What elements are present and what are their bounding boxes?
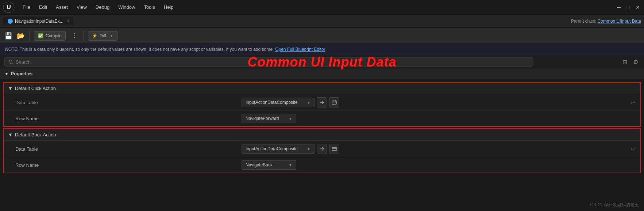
- svg-rect-4: [332, 101, 336, 104]
- default-back-action-group: ▼ Default Back Action Data Table InputAc…: [3, 128, 641, 173]
- tab-label: NavigationInputDataEx...: [15, 19, 63, 24]
- back-action-data-table-label: Data Table: [15, 146, 242, 152]
- click-action-row-name-dropdown[interactable]: NavigateForward ▼: [242, 114, 296, 123]
- parent-class-info: Parent class: Common UIInput Data: [571, 19, 641, 24]
- click-action-data-table-label: Data Table: [15, 100, 242, 105]
- close-button[interactable]: ✕: [635, 4, 641, 11]
- back-action-data-table-text: InputActionDataComposite: [246, 146, 298, 151]
- click-action-row-name-label: Row Name: [15, 116, 242, 121]
- svg-rect-5: [332, 147, 336, 151]
- click-action-row-name-value: NavigateForward ▼: [242, 114, 636, 123]
- search-icon: [8, 60, 14, 65]
- toolbar-divider: [29, 31, 30, 41]
- click-action-data-table-dropdown-arrow: ▼: [307, 101, 311, 105]
- settings-button[interactable]: ⚙: [632, 58, 640, 66]
- default-click-action-group: ▼ Default Click Action Data Table InputA…: [3, 82, 641, 127]
- tab-icon: [8, 19, 13, 24]
- click-action-label: Default Click Action: [15, 86, 56, 91]
- tab-bar: NavigationInputDataEx... × Parent class:…: [0, 15, 644, 28]
- compile-label: Compile: [46, 33, 62, 38]
- click-action-data-table-row: Data Table InputActionDataComposite ▼: [4, 94, 640, 111]
- back-action-row-name-value: NavigateBack ▼: [242, 160, 636, 170]
- menu-file[interactable]: File: [19, 3, 34, 11]
- default-click-action-header[interactable]: ▼ Default Click Action: [4, 83, 640, 94]
- main-content: ▼ Default Click Action Data Table InputA…: [0, 82, 644, 173]
- content-header: Common UI Input Data ⊞ ⚙: [0, 55, 644, 69]
- menu-debug[interactable]: Debug: [92, 3, 113, 11]
- click-action-data-table-text: InputActionDataComposite: [246, 100, 298, 105]
- maximize-button[interactable]: □: [625, 4, 632, 11]
- back-action-data-table-row: Data Table InputActionDataComposite ▼: [4, 141, 640, 157]
- properties-section-header[interactable]: ▼ Properties: [0, 69, 644, 79]
- window-controls: ─ □ ✕: [616, 4, 641, 11]
- menu-asset[interactable]: Asset: [52, 3, 72, 11]
- click-action-row-name-arrow: ▼: [289, 117, 292, 121]
- menu-tools[interactable]: Tools: [140, 3, 158, 11]
- click-action-data-table-reset-icon[interactable]: ↩: [630, 99, 635, 106]
- ue-logo: U: [3, 1, 15, 13]
- back-action-label: Default Back Action: [15, 132, 56, 137]
- diff-label: Diff: [100, 33, 106, 38]
- click-action-row-name-text: NavigateForward: [246, 116, 279, 121]
- click-action-chevron: ▼: [8, 86, 13, 91]
- menu-window[interactable]: Window: [115, 3, 139, 11]
- browse-button[interactable]: 📂: [17, 32, 25, 40]
- click-action-row-name-row: Row Name NavigateForward ▼: [4, 111, 640, 126]
- svg-text:U: U: [7, 4, 11, 10]
- diff-icon: ⚡: [92, 33, 97, 38]
- watermark: CSDN @开发游戏的老王: [590, 202, 639, 208]
- active-tab[interactable]: NavigationInputDataEx... ×: [3, 17, 74, 25]
- menu-help[interactable]: Help: [160, 3, 177, 11]
- toolbar-divider-2: [83, 31, 84, 41]
- grid-view-button[interactable]: ⊞: [621, 58, 629, 66]
- click-action-data-table-nav-icon[interactable]: [317, 97, 327, 108]
- note-bar: NOTE: This is a data only blueprint, so …: [0, 44, 644, 55]
- menu-edit[interactable]: Edit: [35, 3, 51, 11]
- header-actions: ⊞ ⚙: [621, 58, 640, 66]
- back-action-row-name-row: Row Name NavigateBack ▼: [4, 157, 640, 173]
- click-action-data-table-browse-icon[interactable]: [329, 97, 339, 108]
- back-action-row-name-label: Row Name: [15, 162, 242, 168]
- toolbar: 💾 📂 ✅ Compile ⋮ ⚡ Diff ▼: [0, 28, 644, 44]
- default-back-action-header[interactable]: ▼ Default Back Action: [4, 129, 640, 141]
- back-action-data-table-value: InputActionDataComposite ▼: [242, 144, 636, 154]
- tab-close-button[interactable]: ×: [67, 19, 70, 24]
- compile-button[interactable]: ✅ Compile: [34, 31, 66, 41]
- diff-button[interactable]: ⚡ Diff ▼: [88, 31, 117, 41]
- menu-bar: File Edit Asset View Debug Window Tools …: [19, 3, 616, 11]
- back-action-data-table-browse-icon[interactable]: [329, 144, 339, 154]
- back-action-data-table-reset-icon[interactable]: ↩: [630, 146, 635, 152]
- compile-options-button[interactable]: ⋮: [70, 31, 79, 41]
- compile-icon: ✅: [38, 33, 43, 38]
- back-action-row-name-dropdown[interactable]: NavigateBack ▼: [242, 160, 296, 170]
- back-action-row-name-arrow: ▼: [289, 163, 292, 167]
- click-action-data-table-value: InputActionDataComposite ▼: [242, 97, 636, 108]
- back-action-row-name-text: NavigateBack: [246, 162, 273, 167]
- note-text: NOTE: This is a data only blueprint, so …: [5, 47, 274, 52]
- menu-view[interactable]: View: [73, 3, 90, 11]
- open-blueprint-editor-link[interactable]: Open Full Blueprint Editor: [275, 47, 325, 52]
- properties-label: Properties: [11, 71, 32, 76]
- search-box: [4, 57, 533, 67]
- back-action-data-table-dropdown[interactable]: InputActionDataComposite ▼: [242, 144, 315, 154]
- parent-class-link[interactable]: Common UIInput Data: [598, 19, 641, 24]
- click-action-data-table-dropdown[interactable]: InputActionDataComposite ▼: [242, 98, 315, 107]
- save-button[interactable]: 💾: [4, 32, 12, 40]
- minimize-button[interactable]: ─: [616, 4, 622, 11]
- back-action-chevron: ▼: [8, 132, 13, 137]
- svg-line-3: [12, 63, 13, 64]
- svg-point-2: [9, 60, 12, 63]
- back-action-data-table-nav-icon[interactable]: [317, 144, 327, 154]
- title-bar: U File Edit Asset View Debug Window Tool…: [0, 0, 644, 15]
- back-action-data-table-dropdown-arrow: ▼: [307, 147, 311, 151]
- search-input[interactable]: [16, 59, 529, 65]
- properties-chevron: ▼: [4, 71, 9, 76]
